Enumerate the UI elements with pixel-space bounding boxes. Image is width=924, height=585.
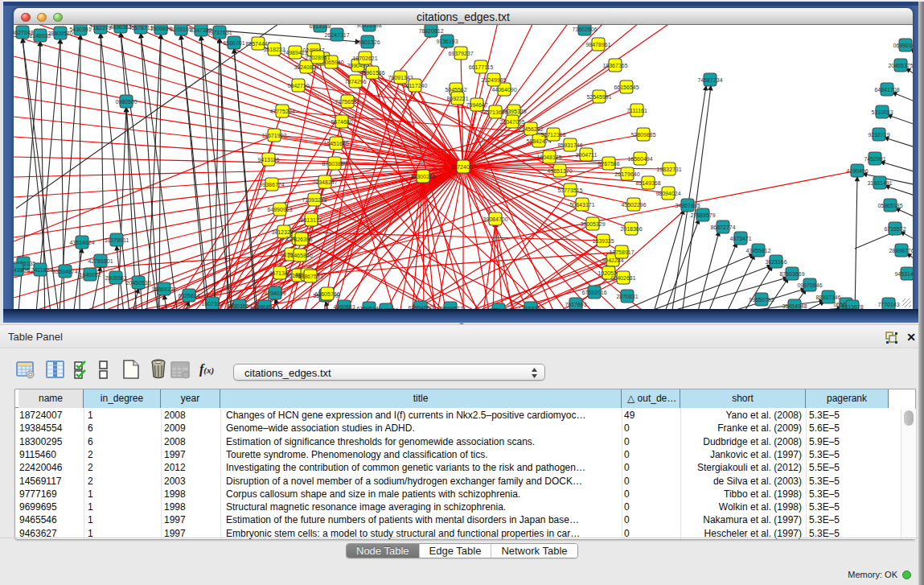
svg-text:0980500: 0980500	[115, 99, 137, 105]
svg-text:18724007: 18724007	[450, 164, 475, 170]
svg-text:73602606: 73602606	[572, 27, 597, 32]
svg-text:8267586: 8267586	[598, 161, 619, 167]
svg-text:21456232: 21456232	[518, 126, 543, 132]
svg-text:58867533: 58867533	[298, 274, 322, 279]
svg-text:78820812: 78820812	[418, 28, 443, 34]
svg-text:71756551: 71756551	[335, 99, 359, 105]
svg-text:5310033: 5310033	[871, 109, 893, 115]
svg-text:2805982: 2805982	[105, 275, 126, 281]
svg-text:9136193: 9136193	[436, 39, 458, 44]
svg-text:26247317: 26247317	[324, 32, 349, 38]
svg-text:85149368: 85149368	[635, 180, 660, 186]
svg-text:50643171: 50643171	[569, 202, 594, 208]
svg-text:64641708: 64641708	[874, 87, 899, 93]
svg-text:45961586: 45961586	[359, 70, 384, 76]
svg-text:6513338: 6513338	[309, 25, 331, 29]
svg-text:99386774: 99386774	[259, 182, 284, 187]
svg-text:09670546: 09670546	[797, 282, 822, 288]
svg-text:21047095: 21047095	[499, 119, 524, 125]
svg-text:2870831: 2870831	[616, 294, 638, 299]
svg-text:98478961: 98478961	[585, 42, 610, 47]
svg-text:16048175: 16048175	[536, 154, 561, 160]
svg-text:7874296: 7874296	[344, 79, 366, 84]
svg-text:74687234: 74687234	[697, 77, 722, 83]
svg-text:15451680: 15451680	[323, 141, 348, 146]
svg-text:17758917: 17758917	[609, 249, 634, 255]
svg-text:62994680: 62994680	[408, 305, 433, 310]
svg-text:1509839: 1509839	[150, 26, 171, 31]
svg-text:27028951: 27028951	[305, 55, 330, 60]
svg-text:99737631: 99737631	[207, 30, 232, 35]
svg-text:9413186: 9413186	[257, 157, 279, 163]
svg-text:51712368: 51712368	[540, 132, 565, 138]
svg-text:6716572: 6716572	[884, 226, 906, 232]
svg-text:66156545: 66156545	[614, 84, 639, 90]
svg-text:11671902: 11671902	[262, 133, 287, 138]
svg-text:2004711: 2004711	[576, 152, 598, 158]
svg-text:8313678: 8313678	[841, 304, 863, 310]
svg-text:53773515: 53773515	[557, 187, 582, 193]
svg-text:21249985: 21249985	[481, 77, 506, 83]
svg-text:99650752: 99650752	[749, 297, 774, 303]
svg-text:85574443: 85574443	[245, 41, 270, 47]
svg-text:7770143: 7770143	[877, 302, 899, 307]
svg-text:5430391: 5430391	[69, 27, 91, 32]
svg-text:7452991: 7452991	[864, 156, 885, 162]
svg-text:5674680: 5674680	[331, 119, 352, 125]
svg-text:9232719: 9232719	[868, 132, 889, 138]
svg-text:4190496: 4190496	[846, 168, 868, 174]
svg-text:7111161: 7111161	[626, 108, 647, 113]
svg-text:20465375: 20465375	[888, 63, 913, 68]
svg-text:70348247: 70348247	[312, 179, 337, 185]
svg-text:93534874: 93534874	[52, 269, 77, 274]
svg-text:87603669: 87603669	[779, 271, 804, 277]
svg-text:18367365: 18367365	[602, 63, 627, 68]
svg-text:34957885: 34957885	[675, 203, 700, 208]
svg-text:27889579: 27889579	[690, 212, 715, 218]
svg-text:10801326: 10801326	[355, 39, 380, 45]
svg-text:16117240: 16117240	[403, 83, 428, 89]
svg-text:74395339: 74395339	[501, 109, 526, 114]
svg-text:6025634: 6025634	[178, 293, 199, 299]
svg-text:35240824: 35240824	[294, 64, 318, 70]
svg-text:20450533: 20450533	[125, 280, 150, 286]
svg-text:4294019: 4294019	[264, 290, 285, 296]
svg-text:87603859: 87603859	[322, 161, 347, 167]
svg-text:05865185: 05865185	[877, 203, 902, 208]
svg-text:44064090: 44064090	[491, 87, 516, 93]
svg-text:88937346: 88937346	[815, 295, 840, 300]
svg-text:8692221: 8692221	[446, 96, 468, 101]
svg-text:4060883: 4060883	[333, 304, 355, 310]
svg-text:45502296: 45502296	[621, 202, 646, 208]
svg-text:31931491: 31931491	[867, 180, 892, 186]
svg-text:6566701: 6566701	[223, 40, 244, 46]
svg-text:67632016: 67632016	[581, 290, 606, 295]
svg-text:39084700: 39084700	[483, 216, 507, 222]
svg-text:52545991: 52545991	[586, 94, 611, 100]
svg-text:4873471: 4873471	[729, 236, 751, 241]
svg-text:69379237: 69379237	[448, 51, 473, 56]
svg-text:94531473: 94531473	[894, 271, 913, 277]
svg-text:4586850: 4586850	[253, 304, 275, 310]
svg-text:7917693: 7917693	[565, 302, 586, 307]
svg-text:86872774: 86872774	[710, 225, 735, 230]
svg-text:25300295: 25300295	[410, 174, 435, 179]
svg-text:52809885: 52809885	[630, 132, 655, 138]
svg-text:43699577: 43699577	[437, 306, 462, 310]
svg-text:1607337: 1607337	[201, 301, 223, 307]
svg-text:18702621: 18702621	[352, 56, 377, 61]
svg-text:39005329: 39005329	[580, 221, 605, 227]
svg-text:21465840: 21465840	[287, 253, 312, 258]
svg-text:43534624: 43534624	[69, 240, 94, 245]
svg-text:64990913: 64990913	[267, 207, 292, 212]
svg-text:47775204: 47775204	[269, 109, 294, 114]
svg-text:7182278: 7182278	[89, 25, 111, 31]
svg-text:3623166: 3623166	[765, 259, 786, 265]
svg-text:1640052: 1640052	[79, 272, 101, 278]
svg-text:35454948: 35454948	[782, 303, 807, 309]
svg-text:8613171: 8613171	[300, 217, 322, 223]
svg-text:0842710: 0842710	[287, 83, 309, 89]
svg-text:26179640: 26179640	[614, 171, 639, 177]
svg-text:13433200: 13433200	[518, 306, 543, 310]
svg-text:5045562: 5045562	[445, 87, 466, 93]
